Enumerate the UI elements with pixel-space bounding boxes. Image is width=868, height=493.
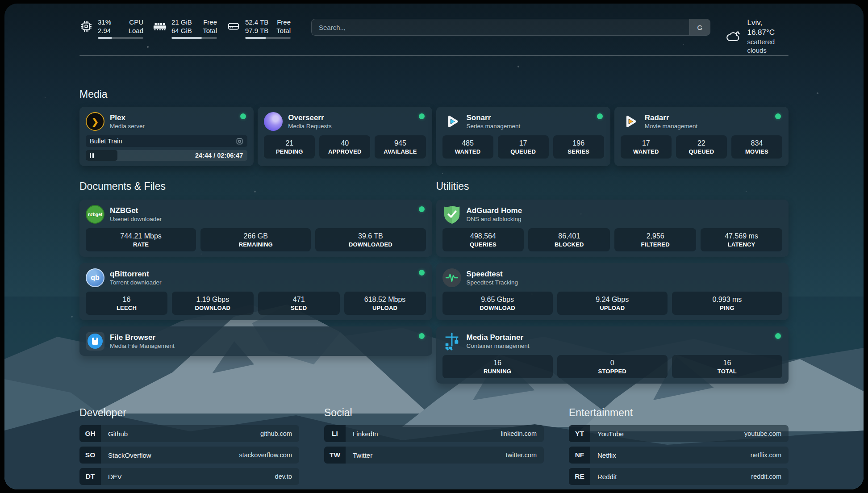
app-card-speedtest[interactable]: Speedtest Speedtest Tracking 9.65 GbpsDO…	[436, 263, 789, 320]
stat-box: 834MOVIES	[731, 135, 782, 159]
cpu-load-value: 2.94	[98, 26, 111, 35]
bookmark-row[interactable]: TWTwittertwitter.com	[324, 447, 544, 464]
stat-value: 1.19 Gbps	[174, 295, 252, 304]
stat-box: 266 GBREMAINING	[200, 228, 311, 251]
stats-row: 744.21 MbpsRATE266 GBREMAINING39.6 TBDOW…	[86, 228, 426, 251]
bookmark-url: stackoverflow.com	[239, 447, 299, 464]
app-title: File Browser	[110, 333, 175, 342]
stat-value: 39.6 TB	[317, 231, 424, 241]
stat-value: 21	[266, 138, 313, 148]
stat-label: APPROVED	[321, 148, 368, 155]
bookmark-row[interactable]: YTYouTubeyoutube.com	[569, 425, 789, 442]
plex-icon: ❯	[86, 112, 104, 131]
app-title: AdGuard Home	[467, 206, 522, 215]
app-card-filebrowser[interactable]: File Browser Media File Management	[79, 326, 432, 356]
app-card-qbittorrent[interactable]: qb qBittorrent Torrent downloader 16LEEC…	[79, 263, 432, 320]
stat-box: 498,564QUERIES	[442, 228, 524, 251]
now-playing-modal-icon[interactable]	[236, 138, 243, 145]
bookmark-row[interactable]: GHGithubgithub.com	[79, 425, 299, 442]
cpu-usage-label: CPU	[129, 18, 143, 26]
qbittorrent-icon-text: qb	[91, 274, 100, 282]
cpu-usage-bar	[98, 37, 143, 39]
stat-box: 945AVAILABLE	[375, 135, 426, 159]
section-title-social: Social	[324, 407, 544, 419]
stat-value: 17	[622, 138, 670, 148]
portainer-icon	[442, 332, 461, 351]
stat-box: 47.569 msLATENCY	[701, 228, 782, 251]
stat-box: 16RUNNING	[442, 355, 553, 378]
memory-free-value: 21 GiB	[171, 18, 192, 26]
app-card-portainer[interactable]: Media Portainer Container management 16R…	[436, 326, 789, 384]
search-engine-button[interactable]: G	[689, 19, 710, 35]
bookmark-row[interactable]: LILinkedInlinkedin.com	[324, 425, 544, 442]
bookmark-column-developer: Developer GHGithubgithub.comSOStackOverf…	[79, 407, 299, 489]
cpu-icon	[79, 20, 93, 33]
stat-label: MOVIES	[733, 148, 780, 155]
app-title: Speedtest	[467, 269, 518, 279]
stats-row: 485WANTED17QUEUED196SERIES	[442, 135, 604, 159]
cpu-monitor: 31% 2.94 CPU Load	[79, 17, 143, 39]
app-card-radarr[interactable]: Radarr Movie management 17WANTED22QUEUED…	[614, 107, 789, 166]
adguard-icon	[442, 205, 461, 224]
bookmark-row[interactable]: DTDEVdev.to	[79, 468, 299, 485]
stats-row: 9.65 GbpsDOWNLOAD9.24 GbpsUPLOAD0.993 ms…	[442, 292, 783, 315]
search-bar: G	[311, 19, 710, 36]
bookmark-name: StackOverflow	[101, 447, 239, 464]
overseerr-icon	[264, 112, 283, 131]
app-card-overseerr[interactable]: Overseerr Media Requests 21PENDING40APPR…	[258, 107, 432, 166]
bookmark-name: Reddit	[590, 468, 751, 485]
stat-label: REMAINING	[202, 241, 309, 248]
stat-label: WANTED	[622, 148, 670, 155]
weather-widget[interactable]: Lviv, 16.87°C scattered clouds	[726, 18, 789, 54]
bookmark-badge: SO	[79, 447, 101, 464]
section-title-entertainment: Entertainment	[569, 407, 789, 419]
stat-box: 17WANTED	[621, 135, 672, 159]
app-title: qBittorrent	[110, 269, 162, 279]
bookmark-column-social: Social LILinkedInlinkedin.comTWTwittertw…	[324, 407, 544, 489]
stat-label: FILTERED	[616, 241, 694, 248]
drive-icon	[227, 20, 240, 33]
bookmark-row[interactable]: RERedditreddit.com	[569, 468, 789, 485]
stat-value: 0	[559, 358, 666, 368]
bookmark-name: Github	[101, 425, 260, 442]
status-dot	[419, 270, 425, 276]
stat-value: 744.21 Mbps	[88, 231, 194, 241]
disk-total-value: 97.9 TB	[245, 26, 268, 35]
stat-value: 266 GB	[202, 231, 309, 241]
search-input[interactable]	[312, 19, 689, 35]
bookmark-row[interactable]: SOStackOverflowstackoverflow.com	[79, 447, 299, 464]
app-title: NZBGet	[110, 206, 162, 215]
bookmark-row[interactable]: NFNetflixnetflix.com	[569, 447, 789, 464]
app-subtitle: Torrent downloader	[110, 279, 162, 286]
bookmark-badge: RE	[569, 468, 590, 485]
app-subtitle: DNS and adblocking	[467, 215, 522, 223]
app-card-plex[interactable]: ❯ Plex Media server Bullet Train	[79, 107, 254, 166]
stat-label: RUNNING	[444, 368, 551, 375]
stat-box: 16LEECH	[86, 292, 167, 315]
stat-box: 39.6 TBDOWNLOADED	[315, 228, 426, 251]
memory-total-label: Total	[203, 26, 217, 35]
stat-value: 471	[260, 295, 338, 304]
stat-value: 16	[88, 295, 166, 304]
stat-label: LEECH	[88, 305, 166, 311]
app-subtitle: Media server	[110, 122, 145, 130]
stat-value: 834	[733, 138, 780, 148]
stats-row: 16LEECH1.19 GbpsDOWNLOAD471SEED618.52 Mb…	[86, 292, 426, 315]
section-title-developer: Developer	[79, 407, 299, 419]
stat-box: 1.19 GbpsDOWNLOAD	[172, 292, 254, 315]
stats-row: 498,564QUERIES86,401BLOCKED2,956FILTERED…	[442, 228, 783, 251]
app-subtitle: Container management	[467, 342, 530, 350]
bookmark-column-entertainment: Entertainment YTYouTubeyoutube.comNFNetf…	[569, 407, 789, 489]
pause-button[interactable]	[90, 153, 94, 158]
memory-usage-bar	[171, 37, 217, 39]
app-card-adguard[interactable]: AdGuard Home DNS and adblocking 498,564Q…	[436, 200, 789, 257]
documents-column: Documents & Files nzbget NZBGet Usenet d…	[79, 166, 432, 356]
stat-box: 196SERIES	[553, 135, 604, 159]
app-card-sonarr[interactable]: Sonarr Series management 485WANTED17QUEU…	[436, 107, 610, 166]
app-card-nzbget[interactable]: nzbget NZBGet Usenet downloader 744.21 M…	[79, 200, 432, 257]
disk-total-label: Total	[276, 26, 291, 35]
snow-particles	[4, 4, 5, 4]
app-subtitle: Usenet downloader	[110, 215, 162, 223]
stat-box: 485WANTED	[442, 135, 493, 159]
playback-progress: 24:44 / 02:06:47	[86, 150, 247, 161]
